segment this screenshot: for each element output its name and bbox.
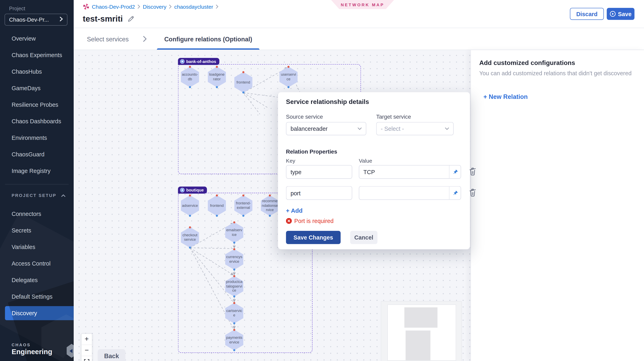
- sidebar-item-secrets[interactable]: Secrets: [0, 222, 74, 239]
- port-dot-red[interactable]: [216, 66, 218, 68]
- service-node-accounts-db[interactable]: accounts-db: [181, 67, 199, 87]
- service-node-paymentservice[interactable]: paymentservice: [225, 330, 243, 351]
- cancel-button[interactable]: Cancel: [350, 231, 377, 244]
- project-label: Project: [9, 6, 25, 12]
- chevron-down-icon: [358, 127, 362, 130]
- service-node-emailservice[interactable]: emailservice: [225, 222, 243, 243]
- service-node-frontend-boutique[interactable]: frontend: [208, 195, 226, 216]
- service-node-adservice[interactable]: adservice: [181, 195, 199, 216]
- value-input-row2[interactable]: [359, 186, 461, 200]
- port-dot-blue[interactable]: [269, 215, 271, 217]
- port-dot-blue[interactable]: [242, 91, 244, 93]
- port-dot-blue[interactable]: [233, 295, 235, 298]
- sidebar-item-connectors[interactable]: Connectors: [0, 206, 74, 222]
- port-dot-blue[interactable]: [233, 242, 235, 244]
- port-dot-red[interactable]: [233, 302, 235, 304]
- relation-properties-heading: Relation Properties: [286, 148, 337, 155]
- sidebar-item-chaoshubs[interactable]: ChaosHubs: [0, 63, 74, 80]
- zoom-out-button[interactable]: −: [82, 345, 92, 356]
- fullscreen-icon: [84, 359, 90, 361]
- port-dot-red[interactable]: [269, 195, 271, 197]
- service-node-recommendationservice[interactable]: recommendationservice: [261, 195, 279, 216]
- project-setup-section-header[interactable]: PROJECT SETUP: [12, 193, 66, 198]
- target-service-select[interactable]: - Select -: [376, 122, 454, 135]
- sidebar-item-chaos-experiments[interactable]: Chaos Experiments: [0, 47, 74, 63]
- delete-row-button[interactable]: [468, 188, 477, 197]
- service-node-frontend-bank[interactable]: frontend: [234, 72, 252, 93]
- port-dot-blue[interactable]: [233, 269, 235, 271]
- port-dot-blue[interactable]: [242, 215, 244, 217]
- back-button[interactable]: Back: [98, 349, 125, 361]
- port-dot-blue[interactable]: [189, 86, 191, 88]
- sidebar-item-discovery[interactable]: Discovery: [0, 305, 74, 322]
- save-button[interactable]: Save: [607, 8, 634, 20]
- port-dot-red[interactable]: [242, 195, 244, 197]
- service-node-currencyservice[interactable]: currencyservice: [225, 249, 243, 270]
- sidebar-item-chaos-dashboards[interactable]: Chaos Dashboards: [0, 113, 74, 130]
- service-node-checkoutservice[interactable]: checkoutservice: [181, 227, 199, 248]
- sidebar-item-gamedays[interactable]: GameDays: [0, 80, 74, 96]
- service-node-productcatalogservice[interactable]: productcatalogservice: [225, 276, 243, 297]
- port-dot-blue[interactable]: [189, 215, 191, 217]
- key-input-row2[interactable]: port: [286, 186, 352, 200]
- port-dot-blue[interactable]: [233, 349, 235, 351]
- port-dot-red[interactable]: [189, 226, 191, 228]
- breadcrumb-link-cluster[interactable]: chaosdaycluster: [174, 3, 213, 10]
- service-node-label: currencyservice: [226, 251, 242, 268]
- cluster-tag-bank-of-anthos[interactable]: bank-of-anthos: [178, 58, 220, 65]
- zoom-in-button[interactable]: +: [82, 334, 92, 345]
- service-node-label: loadgenerator: [208, 68, 225, 85]
- delete-row-button[interactable]: [468, 167, 477, 176]
- port-dot-red[interactable]: [233, 275, 235, 277]
- port-dot-red[interactable]: [242, 71, 244, 73]
- sidebar-item-overview[interactable]: Overview: [0, 30, 74, 47]
- tab-configure-relations[interactable]: Configure relations (Optional): [157, 28, 260, 50]
- port-dot-blue[interactable]: [216, 215, 218, 217]
- fullscreen-button[interactable]: [82, 356, 92, 361]
- port-dot-red[interactable]: [233, 329, 235, 331]
- sidebar-item-default-settings[interactable]: Default Settings: [0, 288, 74, 305]
- port-dot-red[interactable]: [189, 195, 191, 197]
- discard-button[interactable]: Discard: [570, 8, 604, 20]
- add-property-button[interactable]: + Add: [286, 207, 302, 214]
- project-selector[interactable]: Chaos-Dev-Pr...: [5, 14, 68, 26]
- cluster-tag-boutique[interactable]: boutique: [178, 187, 207, 194]
- new-relation-button[interactable]: + New Relation: [484, 93, 528, 100]
- port-dot-red[interactable]: [233, 248, 235, 250]
- pin-button[interactable]: [449, 165, 460, 178]
- port-dot-blue[interactable]: [288, 86, 290, 88]
- breadcrumb-link-discovery[interactable]: Discovery: [143, 3, 166, 10]
- pin-button[interactable]: [449, 187, 460, 200]
- sidebar-item-environments[interactable]: Environments: [0, 130, 74, 146]
- breadcrumb-link-project[interactable]: Chaos-Dev-Prod2: [92, 3, 135, 10]
- port-dot-red[interactable]: [189, 66, 191, 68]
- service-node-frontend-external[interactable]: frontend-external: [234, 195, 252, 216]
- play-circle-icon: [610, 11, 616, 17]
- port-dot-red[interactable]: [216, 195, 218, 197]
- port-dot-red[interactable]: [288, 66, 290, 68]
- sidebar-item-delegates[interactable]: Delegates: [0, 272, 74, 288]
- key-input-row1[interactable]: type: [286, 165, 352, 179]
- tab-select-services[interactable]: Select services: [83, 28, 133, 50]
- panel-title: Add customized configurations: [479, 59, 575, 67]
- value-input-row1[interactable]: TCP: [359, 165, 461, 179]
- service-node-loadgenerator[interactable]: loadgenerator: [208, 67, 226, 87]
- source-service-select[interactable]: balancereader: [286, 122, 366, 135]
- port-dot-blue[interactable]: [233, 322, 235, 324]
- sidebar-item-image-registry[interactable]: Image Registry: [0, 163, 74, 179]
- sidebar-item-variables[interactable]: Variables: [0, 239, 74, 255]
- edit-pencil-icon[interactable]: [128, 16, 134, 22]
- sidebar-item-resilience-probes[interactable]: Resilience Probes: [0, 96, 74, 113]
- port-dot-blue[interactable]: [189, 247, 191, 249]
- minimap[interactable]: [381, 301, 462, 361]
- trash-icon: [468, 167, 477, 176]
- port-dot-blue[interactable]: [216, 86, 218, 88]
- sidebar-item-access-control[interactable]: Access Control: [0, 255, 74, 272]
- service-node-cartservice[interactable]: cartservice: [225, 303, 243, 324]
- port-dot-red[interactable]: [233, 221, 235, 223]
- save-changes-button[interactable]: Save Changes: [286, 231, 341, 244]
- chevron-separator-icon: [216, 4, 218, 9]
- chevron-separator-icon: [138, 4, 140, 9]
- sidebar-item-chaosguard[interactable]: ChaosGuard: [0, 146, 74, 163]
- service-node-userservice[interactable]: userservice: [280, 67, 298, 87]
